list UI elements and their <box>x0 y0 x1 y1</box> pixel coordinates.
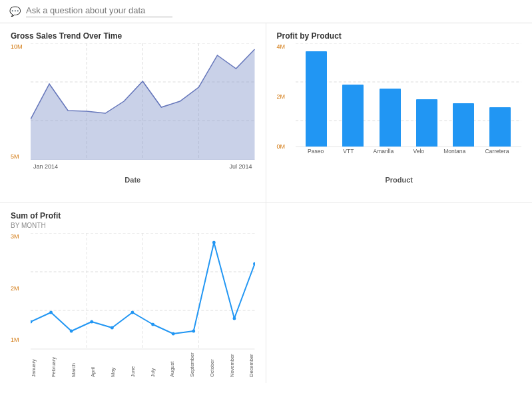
gross-sales-x-label: Date <box>11 176 255 184</box>
y-label-5m: 5M <box>11 153 23 160</box>
svg-point-27 <box>192 330 195 333</box>
svg-point-22 <box>90 320 93 324</box>
month-jun: June <box>130 350 136 377</box>
profit-y-1m: 1M <box>11 336 19 343</box>
month-nov: November <box>229 350 235 377</box>
svg-point-21 <box>70 330 73 333</box>
bar-label-paseo: Paseo <box>308 148 324 155</box>
bar-label-vtt: VTT <box>343 148 354 155</box>
bar-paseo <box>298 51 335 147</box>
sum-profit-svg <box>31 233 255 350</box>
bar-carretera-rect <box>489 107 511 147</box>
bar-label-amarilla: Amarilla <box>374 148 394 155</box>
month-apr: April <box>90 350 96 377</box>
svg-point-20 <box>49 311 53 314</box>
svg-point-23 <box>111 326 114 330</box>
svg-point-30 <box>253 262 254 266</box>
gross-sales-svg <box>31 43 255 160</box>
gross-sales-panel: Gross Sales Trend Over Time 10M 5M <box>0 23 266 203</box>
profit-product-panel: Profit by Product 4M 2M 0M <box>266 23 533 203</box>
sum-profit-title: Sum of Profit <box>11 211 255 220</box>
profit-y-3m: 3M <box>11 233 19 240</box>
month-jan: January <box>31 350 37 377</box>
svg-point-25 <box>151 323 154 326</box>
month-aug: August <box>169 350 175 377</box>
y-label-10m: 10M <box>11 43 23 50</box>
sum-profit-subtitle: BY MONTH <box>11 222 255 229</box>
bar-amarilla <box>372 89 408 147</box>
bar-amarilla-rect <box>380 89 401 147</box>
ask-question-input[interactable] <box>26 5 172 17</box>
charts-grid: Gross Sales Trend Over Time 10M 5M <box>0 23 532 383</box>
bar-montana <box>445 103 482 147</box>
bar-paseo-rect <box>306 51 327 147</box>
sum-profit-panel: Sum of Profit BY MONTH 3M 2M 1M <box>0 203 266 383</box>
bar-vtt-rect <box>342 85 364 147</box>
top-bar: 💬 <box>0 0 532 23</box>
svg-point-28 <box>212 241 216 244</box>
profit-y-2m: 2M <box>11 285 19 292</box>
month-dec: December <box>248 350 254 377</box>
bar-label-velo: Velo <box>413 148 424 155</box>
month-oct: October <box>209 350 215 377</box>
bar-velo <box>408 99 445 147</box>
gross-sales-title: Gross Sales Trend Over Time <box>11 31 255 41</box>
profit-product-title: Profit by Product <box>277 31 522 41</box>
bar-montana-rect <box>453 103 474 147</box>
bar-y-4m: 4M <box>277 43 286 50</box>
svg-point-29 <box>232 317 236 320</box>
profit-product-x-label: Product <box>277 176 522 184</box>
bar-velo-rect <box>416 99 437 147</box>
bar-label-carretera: Carretera <box>485 148 509 155</box>
x-tick-jul: Jul 2014 <box>229 163 252 170</box>
bar-vtt <box>335 85 372 147</box>
bar-carretera <box>482 107 519 147</box>
month-jul: July <box>150 350 156 377</box>
empty-panel <box>266 203 533 383</box>
month-sep: September <box>189 350 195 377</box>
month-mar: March <box>71 350 77 377</box>
bar-y-2m: 2M <box>277 93 286 100</box>
month-feb: February <box>51 350 57 377</box>
svg-point-24 <box>131 311 134 314</box>
x-tick-jan: Jan 2014 <box>33 163 58 170</box>
month-may: May <box>110 350 116 377</box>
ask-question-icon: 💬 <box>9 6 21 17</box>
svg-point-26 <box>172 332 175 336</box>
bar-label-montana: Montana <box>443 148 465 155</box>
bar-y-0m: 0M <box>277 143 286 150</box>
